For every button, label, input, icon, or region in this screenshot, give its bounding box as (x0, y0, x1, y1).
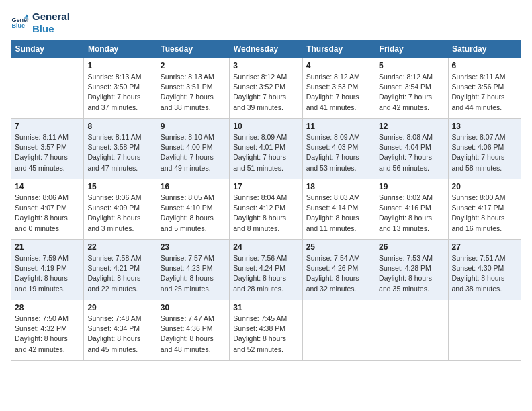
calendar-cell: 3Sunrise: 8:12 AMSunset: 3:52 PMDaylight… (230, 58, 302, 119)
calendar-week-row: 7Sunrise: 8:11 AMSunset: 3:57 PMDaylight… (11, 119, 521, 179)
day-number: 15 (87, 182, 152, 191)
calendar-cell: 12Sunrise: 8:08 AMSunset: 4:04 PMDayligh… (375, 119, 448, 179)
logo-text: GeneralBlue (32, 11, 70, 35)
calendar-week-row: 1Sunrise: 8:13 AMSunset: 3:50 PMDaylight… (11, 58, 521, 119)
day-number: 3 (233, 61, 298, 71)
day-info: Sunrise: 8:03 AMSunset: 4:14 PMDaylight:… (306, 193, 371, 234)
day-info: Sunrise: 8:13 AMSunset: 3:51 PMDaylight:… (161, 72, 226, 113)
day-info: Sunrise: 8:04 AMSunset: 4:12 PMDaylight:… (233, 193, 298, 234)
day-number: 9 (161, 122, 226, 131)
calendar-cell: 4Sunrise: 8:12 AMSunset: 3:53 PMDaylight… (302, 58, 375, 119)
day-info: Sunrise: 8:10 AMSunset: 4:00 PMDaylight:… (161, 132, 226, 173)
calendar-cell: 26Sunrise: 7:53 AMSunset: 4:28 PMDayligh… (375, 240, 448, 300)
calendar-cell: 22Sunrise: 7:58 AMSunset: 4:21 PMDayligh… (84, 240, 157, 300)
day-number: 7 (15, 122, 80, 131)
day-number: 21 (15, 242, 80, 252)
calendar-cell: 9Sunrise: 8:10 AMSunset: 4:00 PMDaylight… (157, 119, 229, 179)
calendar-cell: 29Sunrise: 7:48 AMSunset: 4:34 PMDayligh… (84, 300, 157, 361)
calendar-week-row: 14Sunrise: 8:06 AMSunset: 4:07 PMDayligh… (11, 179, 521, 240)
day-info: Sunrise: 8:09 AMSunset: 4:01 PMDaylight:… (233, 132, 298, 173)
calendar-cell: 16Sunrise: 8:05 AMSunset: 4:10 PMDayligh… (157, 179, 229, 240)
day-info: Sunrise: 7:59 AMSunset: 4:19 PMDaylight:… (15, 253, 80, 294)
day-number: 5 (379, 61, 444, 71)
day-header-thursday: Thursday (302, 40, 375, 58)
calendar-cell: 2Sunrise: 8:13 AMSunset: 3:51 PMDaylight… (157, 58, 229, 119)
logo-icon: General Blue (11, 13, 30, 32)
day-number: 20 (452, 182, 517, 191)
calendar-header-row: SundayMondayTuesdayWednesdayThursdayFrid… (11, 40, 521, 58)
day-info: Sunrise: 7:56 AMSunset: 4:24 PMDaylight:… (233, 253, 298, 294)
day-header-sunday: Sunday (11, 40, 84, 58)
day-info: Sunrise: 8:13 AMSunset: 3:50 PMDaylight:… (87, 72, 152, 113)
day-number: 18 (306, 182, 371, 191)
day-info: Sunrise: 8:05 AMSunset: 4:10 PMDaylight:… (161, 193, 226, 234)
day-info: Sunrise: 7:48 AMSunset: 4:34 PMDaylight:… (87, 314, 152, 355)
calendar-cell (375, 300, 448, 361)
day-info: Sunrise: 7:57 AMSunset: 4:23 PMDaylight:… (161, 253, 226, 294)
day-info: Sunrise: 8:06 AMSunset: 4:07 PMDaylight:… (15, 193, 80, 234)
day-number: 19 (379, 182, 444, 191)
svg-text:Blue: Blue (11, 22, 25, 29)
day-number: 23 (161, 242, 226, 252)
day-number: 17 (233, 182, 298, 191)
calendar-table: SundayMondayTuesdayWednesdayThursdayFrid… (11, 40, 521, 361)
day-info: Sunrise: 8:07 AMSunset: 4:06 PMDaylight:… (452, 132, 517, 173)
calendar-cell: 15Sunrise: 8:06 AMSunset: 4:09 PMDayligh… (84, 179, 157, 240)
calendar-cell: 31Sunrise: 7:45 AMSunset: 4:38 PMDayligh… (230, 300, 302, 361)
calendar-cell (448, 300, 521, 361)
calendar-body: 1Sunrise: 8:13 AMSunset: 3:50 PMDaylight… (11, 58, 521, 361)
day-header-saturday: Saturday (448, 40, 521, 58)
day-info: Sunrise: 7:45 AMSunset: 4:38 PMDaylight:… (233, 314, 298, 355)
day-info: Sunrise: 8:02 AMSunset: 4:16 PMDaylight:… (379, 193, 444, 234)
day-info: Sunrise: 7:54 AMSunset: 4:26 PMDaylight:… (306, 253, 371, 294)
day-number: 16 (161, 182, 226, 191)
calendar-week-row: 21Sunrise: 7:59 AMSunset: 4:19 PMDayligh… (11, 240, 521, 300)
day-number: 30 (161, 303, 226, 312)
day-info: Sunrise: 7:53 AMSunset: 4:28 PMDaylight:… (379, 253, 444, 294)
day-number: 28 (15, 303, 80, 312)
day-info: Sunrise: 8:12 AMSunset: 3:54 PMDaylight:… (379, 72, 444, 113)
day-number: 1 (87, 61, 152, 71)
day-header-monday: Monday (84, 40, 157, 58)
logo: General Blue GeneralBlue (11, 11, 70, 35)
day-number: 27 (452, 242, 517, 252)
day-header-tuesday: Tuesday (157, 40, 229, 58)
calendar-cell: 21Sunrise: 7:59 AMSunset: 4:19 PMDayligh… (11, 240, 84, 300)
day-number: 22 (87, 242, 152, 252)
day-info: Sunrise: 7:51 AMSunset: 4:30 PMDaylight:… (452, 253, 517, 294)
day-info: Sunrise: 8:11 AMSunset: 3:58 PMDaylight:… (87, 132, 152, 173)
calendar-cell: 7Sunrise: 8:11 AMSunset: 3:57 PMDaylight… (11, 119, 84, 179)
day-info: Sunrise: 8:00 AMSunset: 4:17 PMDaylight:… (452, 193, 517, 234)
calendar-cell: 11Sunrise: 8:09 AMSunset: 4:03 PMDayligh… (302, 119, 375, 179)
day-info: Sunrise: 8:12 AMSunset: 3:52 PMDaylight:… (233, 72, 298, 113)
calendar-cell (11, 58, 84, 119)
calendar-cell: 24Sunrise: 7:56 AMSunset: 4:24 PMDayligh… (230, 240, 302, 300)
calendar-cell: 14Sunrise: 8:06 AMSunset: 4:07 PMDayligh… (11, 179, 84, 240)
day-header-wednesday: Wednesday (230, 40, 302, 58)
day-info: Sunrise: 7:50 AMSunset: 4:32 PMDaylight:… (15, 314, 80, 355)
day-info: Sunrise: 8:12 AMSunset: 3:53 PMDaylight:… (306, 72, 371, 113)
day-number: 2 (161, 61, 226, 71)
day-number: 31 (233, 303, 298, 312)
calendar-cell: 19Sunrise: 8:02 AMSunset: 4:16 PMDayligh… (375, 179, 448, 240)
calendar-cell: 30Sunrise: 7:47 AMSunset: 4:36 PMDayligh… (157, 300, 229, 361)
day-info: Sunrise: 8:09 AMSunset: 4:03 PMDaylight:… (306, 132, 371, 173)
day-info: Sunrise: 7:58 AMSunset: 4:21 PMDaylight:… (87, 253, 152, 294)
calendar-cell: 17Sunrise: 8:04 AMSunset: 4:12 PMDayligh… (230, 179, 302, 240)
day-number: 8 (87, 122, 152, 131)
calendar-cell: 10Sunrise: 8:09 AMSunset: 4:01 PMDayligh… (230, 119, 302, 179)
day-number: 14 (15, 182, 80, 191)
calendar-cell: 20Sunrise: 8:00 AMSunset: 4:17 PMDayligh… (448, 179, 521, 240)
calendar-cell: 25Sunrise: 7:54 AMSunset: 4:26 PMDayligh… (302, 240, 375, 300)
calendar-cell: 18Sunrise: 8:03 AMSunset: 4:14 PMDayligh… (302, 179, 375, 240)
calendar-cell: 5Sunrise: 8:12 AMSunset: 3:54 PMDaylight… (375, 58, 448, 119)
calendar-cell: 23Sunrise: 7:57 AMSunset: 4:23 PMDayligh… (157, 240, 229, 300)
day-header-friday: Friday (375, 40, 448, 58)
day-info: Sunrise: 8:11 AMSunset: 3:57 PMDaylight:… (15, 132, 80, 173)
calendar-cell: 27Sunrise: 7:51 AMSunset: 4:30 PMDayligh… (448, 240, 521, 300)
day-info: Sunrise: 8:06 AMSunset: 4:09 PMDaylight:… (87, 193, 152, 234)
day-info: Sunrise: 8:08 AMSunset: 4:04 PMDaylight:… (379, 132, 444, 173)
day-number: 25 (306, 242, 371, 252)
calendar-cell: 13Sunrise: 8:07 AMSunset: 4:06 PMDayligh… (448, 119, 521, 179)
calendar-cell: 8Sunrise: 8:11 AMSunset: 3:58 PMDaylight… (84, 119, 157, 179)
